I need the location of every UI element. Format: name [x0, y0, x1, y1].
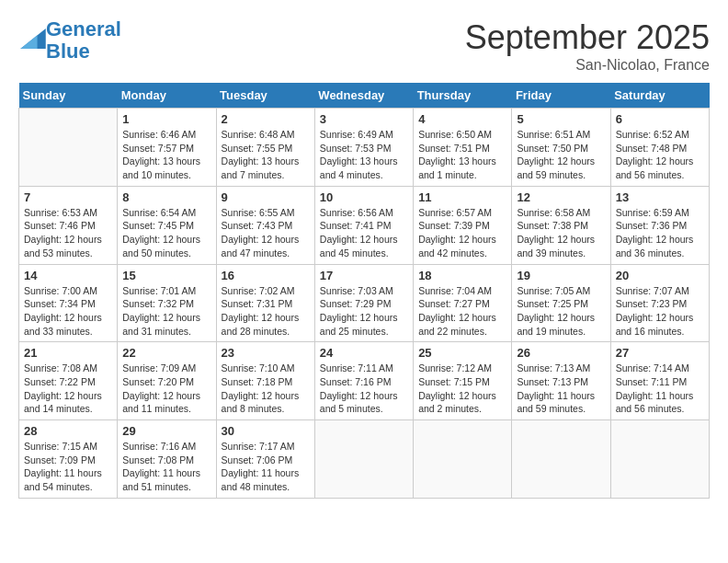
day-number: 20: [616, 269, 704, 282]
day-number: 3: [320, 112, 408, 126]
calendar-cell: 26Sunrise: 7:13 AMSunset: 7:13 PMDayligh…: [512, 342, 610, 420]
day-number: 23: [222, 346, 310, 360]
weekday-header-row: SundayMondayTuesdayWednesdayThursdayFrid…: [19, 83, 710, 109]
day-number: 1: [122, 112, 210, 126]
calendar-cell: [414, 420, 512, 499]
weekday-header: Monday: [118, 83, 216, 109]
day-info: Sunrise: 6:55 AMSunset: 7:43 PMDaylight:…: [222, 206, 310, 260]
day-number: 12: [517, 190, 605, 204]
day-number: 6: [616, 112, 704, 126]
day-number: 19: [517, 269, 605, 282]
day-number: 13: [616, 190, 704, 204]
logo: General Blue: [18, 18, 121, 63]
day-info: Sunrise: 7:12 AMSunset: 7:15 PMDaylight:…: [418, 362, 506, 416]
page-header: General Blue September 2025 San-Nicolao,…: [18, 18, 710, 74]
location: San-Nicolao, France: [465, 57, 710, 74]
day-number: 4: [418, 112, 506, 126]
day-info: Sunrise: 7:15 AMSunset: 7:09 PMDaylight:…: [24, 440, 112, 494]
day-info: Sunrise: 7:17 AMSunset: 7:06 PMDaylight:…: [222, 440, 310, 494]
calendar-cell: 11Sunrise: 6:57 AMSunset: 7:39 PMDayligh…: [414, 186, 512, 264]
weekday-header: Friday: [512, 83, 610, 109]
day-info: Sunrise: 7:07 AMSunset: 7:23 PMDaylight:…: [616, 284, 704, 339]
day-info: Sunrise: 7:10 AMSunset: 7:18 PMDaylight:…: [222, 362, 310, 416]
day-number: 29: [122, 424, 210, 438]
calendar-week-row: 14Sunrise: 7:00 AMSunset: 7:34 PMDayligh…: [19, 264, 710, 342]
day-info: Sunrise: 6:49 AMSunset: 7:53 PMDaylight:…: [320, 128, 408, 182]
day-number: 5: [517, 112, 605, 126]
day-info: Sunrise: 6:58 AMSunset: 7:38 PMDaylight:…: [517, 206, 605, 260]
title-block: September 2025 San-Nicolao, France: [465, 18, 710, 74]
day-number: 11: [418, 190, 506, 204]
calendar-cell: 20Sunrise: 7:07 AMSunset: 7:23 PMDayligh…: [610, 264, 709, 342]
day-number: 26: [517, 346, 605, 360]
day-info: Sunrise: 7:13 AMSunset: 7:13 PMDaylight:…: [517, 362, 605, 416]
day-info: Sunrise: 6:50 AMSunset: 7:51 PMDaylight:…: [418, 128, 506, 182]
day-info: Sunrise: 6:53 AMSunset: 7:46 PMDaylight:…: [24, 206, 112, 260]
day-info: Sunrise: 6:51 AMSunset: 7:50 PMDaylight:…: [517, 128, 605, 182]
day-number: 7: [24, 190, 112, 204]
calendar-week-row: 28Sunrise: 7:15 AMSunset: 7:09 PMDayligh…: [19, 420, 710, 499]
calendar-cell: 17Sunrise: 7:03 AMSunset: 7:29 PMDayligh…: [314, 264, 413, 342]
day-number: 28: [24, 424, 112, 438]
day-info: Sunrise: 6:48 AMSunset: 7:55 PMDaylight:…: [222, 128, 310, 182]
calendar-cell: 2Sunrise: 6:48 AMSunset: 7:55 PMDaylight…: [216, 109, 314, 187]
day-info: Sunrise: 7:02 AMSunset: 7:31 PMDaylight:…: [222, 284, 310, 339]
day-number: 18: [418, 269, 506, 282]
calendar-week-row: 21Sunrise: 7:08 AMSunset: 7:22 PMDayligh…: [19, 342, 710, 420]
weekday-header: Wednesday: [314, 83, 413, 109]
calendar-week-row: 1Sunrise: 6:46 AMSunset: 7:57 PMDaylight…: [19, 109, 710, 187]
calendar-cell: 29Sunrise: 7:16 AMSunset: 7:08 PMDayligh…: [118, 420, 216, 499]
calendar-cell: 15Sunrise: 7:01 AMSunset: 7:32 PMDayligh…: [118, 264, 216, 342]
day-info: Sunrise: 6:46 AMSunset: 7:57 PMDaylight:…: [122, 128, 210, 182]
day-number: 14: [24, 269, 112, 282]
calendar-cell: 1Sunrise: 6:46 AMSunset: 7:57 PMDaylight…: [118, 109, 216, 187]
day-info: Sunrise: 7:14 AMSunset: 7:11 PMDaylight:…: [616, 362, 704, 416]
day-number: 25: [418, 346, 506, 360]
svg-marker-1: [20, 36, 37, 50]
day-number: 24: [320, 346, 408, 360]
calendar-cell: 6Sunrise: 6:52 AMSunset: 7:48 PMDaylight…: [610, 109, 709, 187]
calendar-week-row: 7Sunrise: 6:53 AMSunset: 7:46 PMDaylight…: [19, 186, 710, 264]
calendar-cell: [610, 420, 709, 499]
day-number: 2: [222, 112, 310, 126]
calendar-table: SundayMondayTuesdayWednesdayThursdayFrid…: [18, 83, 710, 499]
day-info: Sunrise: 7:00 AMSunset: 7:34 PMDaylight:…: [24, 284, 112, 339]
day-info: Sunrise: 6:59 AMSunset: 7:36 PMDaylight:…: [616, 206, 704, 260]
day-number: 21: [24, 346, 112, 360]
calendar-cell: 25Sunrise: 7:12 AMSunset: 7:15 PMDayligh…: [414, 342, 512, 420]
month-title: September 2025: [465, 18, 710, 57]
weekday-header: Tuesday: [216, 83, 314, 109]
day-info: Sunrise: 7:16 AMSunset: 7:08 PMDaylight:…: [122, 440, 210, 494]
calendar-cell: 28Sunrise: 7:15 AMSunset: 7:09 PMDayligh…: [19, 420, 118, 499]
day-info: Sunrise: 7:01 AMSunset: 7:32 PMDaylight:…: [122, 284, 210, 339]
calendar-cell: 23Sunrise: 7:10 AMSunset: 7:18 PMDayligh…: [216, 342, 314, 420]
calendar-cell: 22Sunrise: 7:09 AMSunset: 7:20 PMDayligh…: [118, 342, 216, 420]
day-number: 27: [616, 346, 704, 360]
calendar-cell: [314, 420, 413, 499]
calendar-cell: 9Sunrise: 6:55 AMSunset: 7:43 PMDaylight…: [216, 186, 314, 264]
calendar-cell: 30Sunrise: 7:17 AMSunset: 7:06 PMDayligh…: [216, 420, 314, 499]
day-info: Sunrise: 6:57 AMSunset: 7:39 PMDaylight:…: [418, 206, 506, 260]
day-number: 30: [222, 424, 310, 438]
day-number: 17: [320, 269, 408, 282]
day-number: 16: [222, 269, 310, 282]
calendar-cell: 24Sunrise: 7:11 AMSunset: 7:16 PMDayligh…: [314, 342, 413, 420]
day-info: Sunrise: 7:04 AMSunset: 7:27 PMDaylight:…: [418, 284, 506, 339]
calendar-cell: [512, 420, 610, 499]
calendar-cell: 12Sunrise: 6:58 AMSunset: 7:38 PMDayligh…: [512, 186, 610, 264]
day-info: Sunrise: 7:11 AMSunset: 7:16 PMDaylight:…: [320, 362, 408, 416]
day-info: Sunrise: 6:52 AMSunset: 7:48 PMDaylight:…: [616, 128, 704, 182]
calendar-cell: 21Sunrise: 7:08 AMSunset: 7:22 PMDayligh…: [19, 342, 118, 420]
day-info: Sunrise: 7:09 AMSunset: 7:20 PMDaylight:…: [122, 362, 210, 416]
calendar-cell: 16Sunrise: 7:02 AMSunset: 7:31 PMDayligh…: [216, 264, 314, 342]
calendar-cell: 10Sunrise: 6:56 AMSunset: 7:41 PMDayligh…: [314, 186, 413, 264]
calendar-cell: 27Sunrise: 7:14 AMSunset: 7:11 PMDayligh…: [610, 342, 709, 420]
day-info: Sunrise: 7:05 AMSunset: 7:25 PMDaylight:…: [517, 284, 605, 339]
calendar-cell: [19, 109, 118, 187]
day-number: 9: [222, 190, 310, 204]
logo-icon: [20, 29, 46, 49]
day-number: 8: [122, 190, 210, 204]
calendar-cell: 18Sunrise: 7:04 AMSunset: 7:27 PMDayligh…: [414, 264, 512, 342]
calendar-cell: 13Sunrise: 6:59 AMSunset: 7:36 PMDayligh…: [610, 186, 709, 264]
day-info: Sunrise: 7:08 AMSunset: 7:22 PMDaylight:…: [24, 362, 112, 416]
